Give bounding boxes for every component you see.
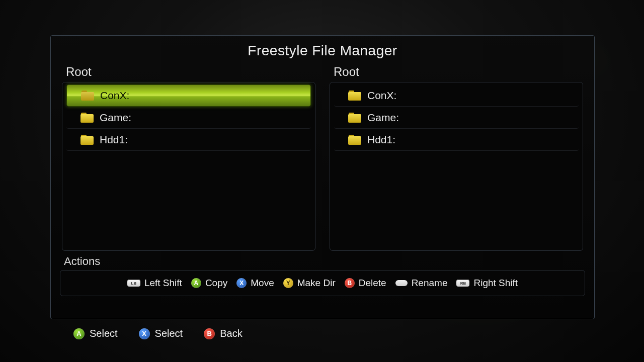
folder-icon: [348, 113, 361, 123]
drive-label: Hdd1:: [100, 134, 128, 146]
drive-label: ConX:: [367, 89, 396, 102]
actions-bar: LBLeft ShiftACopyXMoveYMake DirBDeleteRe…: [60, 270, 585, 296]
action-hint-label: Left Shift: [144, 278, 182, 289]
action-hint-label: Make Dir: [297, 278, 336, 289]
action-hint-label: Move: [251, 278, 274, 289]
drive-row[interactable]: Hdd1:: [334, 129, 579, 151]
face-button-icon: X: [139, 328, 150, 339]
action-hint-label: Copy: [205, 278, 227, 289]
global-hint[interactable]: BBack: [204, 328, 242, 339]
actions-heading: Actions: [64, 255, 594, 268]
action-hint[interactable]: YMake Dir: [283, 278, 336, 289]
left-panel-path: Root: [66, 65, 315, 79]
face-button-icon: B: [345, 278, 355, 288]
folder-icon: [348, 135, 361, 145]
right-panel-path: Root: [334, 65, 583, 79]
global-hint-label: Select: [90, 328, 118, 339]
face-button-icon: A: [191, 278, 201, 288]
bumper-button-icon: LB: [127, 280, 140, 287]
bumper-button-icon: RB: [456, 280, 469, 287]
dialog-title: Freestyle File Manager: [51, 36, 594, 64]
global-hint-label: Back: [220, 328, 242, 339]
file-manager-dialog: Freestyle File Manager Root ConX:Game:Hd…: [50, 35, 595, 319]
global-button-hints: ASelectXSelectBBack: [73, 328, 243, 339]
drive-row[interactable]: ConX:: [334, 84, 579, 107]
face-button-icon: Y: [283, 278, 293, 288]
folder-icon: [348, 90, 361, 101]
global-hint[interactable]: XSelect: [139, 328, 183, 339]
action-hint-label: Rename: [412, 278, 448, 289]
back-button-icon: [395, 280, 408, 286]
left-panel-list[interactable]: ConX:Game:Hdd1:: [62, 82, 315, 251]
left-panel: Root ConX:Game:Hdd1:: [62, 64, 315, 251]
drive-label: Game:: [367, 112, 399, 124]
action-hint[interactable]: ACopy: [191, 278, 227, 289]
action-hint[interactable]: BDelete: [345, 278, 386, 289]
face-button-icon: A: [73, 328, 85, 339]
drive-label: Hdd1:: [367, 134, 395, 146]
action-hint[interactable]: LBLeft Shift: [127, 278, 182, 289]
face-button-icon: X: [236, 278, 247, 288]
action-hint[interactable]: XMove: [236, 278, 274, 289]
folder-icon: [80, 135, 94, 145]
global-hint-label: Select: [155, 328, 183, 339]
dual-panel-container: Root ConX:Game:Hdd1: Root ConX:Game:Hdd1…: [51, 64, 594, 251]
global-hint[interactable]: ASelect: [73, 328, 118, 339]
drive-label: Game:: [100, 112, 131, 124]
action-hint-label: Right Shift: [473, 278, 518, 289]
drive-label: ConX:: [100, 89, 129, 102]
drive-row[interactable]: Game:: [66, 107, 311, 129]
right-panel-list[interactable]: ConX:Game:Hdd1:: [330, 82, 583, 251]
action-hint[interactable]: RBRight Shift: [456, 278, 518, 289]
drive-row[interactable]: ConX:: [66, 84, 311, 107]
right-panel: Root ConX:Game:Hdd1:: [330, 64, 583, 251]
action-hint-label: Delete: [359, 278, 386, 289]
drive-row[interactable]: Hdd1:: [66, 129, 311, 151]
face-button-icon: B: [204, 328, 215, 339]
folder-icon: [81, 90, 94, 101]
folder-icon: [80, 113, 94, 123]
drive-row[interactable]: Game:: [334, 107, 579, 129]
action-hint[interactable]: Rename: [395, 278, 448, 289]
